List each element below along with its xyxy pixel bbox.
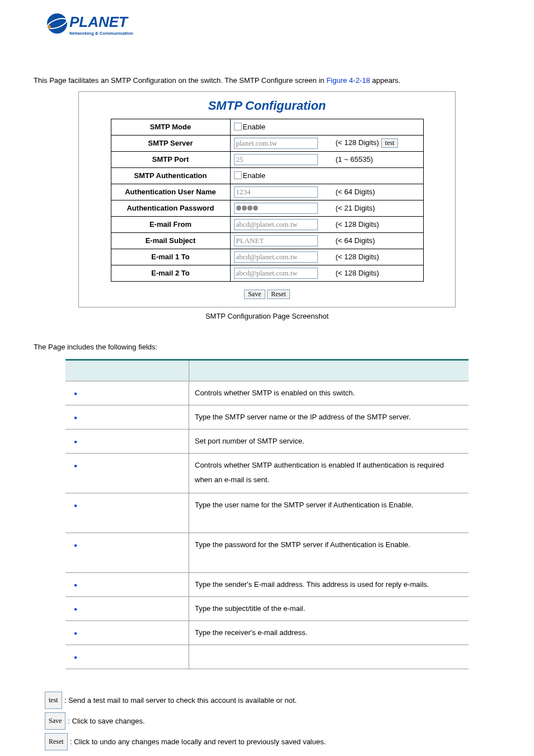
fields-header-desc <box>189 360 469 381</box>
field-desc-cell: Type the user name for the SMTP server i… <box>189 493 469 533</box>
config-text-input[interactable]: abcd@planet.com.tw <box>234 268 318 279</box>
config-input-cell: 25 <box>230 151 332 167</box>
config-checkbox-cell: Enable <box>230 167 423 184</box>
save-button[interactable]: Save <box>244 290 265 299</box>
field-object-cell: ● <box>65 405 189 429</box>
bullet-icon: ● <box>71 580 80 591</box>
field-desc-cell: Controls whether SMTP authentication is … <box>189 453 469 493</box>
config-title: SMTP Configuration <box>79 99 455 113</box>
config-hint: (< 128 Digits) <box>332 265 424 281</box>
field-desc-cell <box>189 645 469 669</box>
bullet-icon: ● <box>71 388 80 399</box>
config-text-input[interactable]: PLANET <box>234 235 318 246</box>
config-row-label: Authentication Password <box>111 200 230 216</box>
config-row-label: Authentication User Name <box>111 184 230 200</box>
config-hint: (1 ~ 65535) <box>332 151 424 167</box>
config-row-label: E-mail 1 To <box>111 249 230 265</box>
config-hint: (< 64 Digits) <box>332 184 424 200</box>
config-input-cell: PLANET <box>230 232 332 249</box>
field-object-cell: ● <box>65 493 189 533</box>
bullet-icon: ● <box>71 652 80 663</box>
save-button-sample[interactable]: Save <box>45 712 65 730</box>
config-text-input[interactable]: planet.com.tw <box>234 138 318 149</box>
config-hint: (< 21 Digits) <box>332 200 424 216</box>
intro-pre: This Page facilitates an SMTP Configurat… <box>34 76 326 85</box>
checkbox-label: Enable <box>243 171 265 180</box>
field-object-cell: ● <box>65 533 189 572</box>
bullet-icon: ● <box>71 604 80 615</box>
test-button-desc: : Send a test mail to mail server to che… <box>64 692 297 709</box>
config-hint: (< 128 Digits) <box>332 216 424 232</box>
field-desc-cell: Type the subject/title of the e-mail. <box>189 596 469 620</box>
svg-text:PLANET: PLANET <box>69 13 129 30</box>
config-text-input[interactable]: abcd@planet.com.tw <box>234 219 318 230</box>
bullet-icon: ● <box>71 436 80 447</box>
bullet-icon: ● <box>71 500 80 511</box>
field-desc-cell: Controls whether SMTP is enabled on this… <box>189 381 469 405</box>
screenshot-caption: SMTP Configuration Page Screenshot <box>34 312 500 320</box>
config-input-cell: planet.com.tw <box>230 135 332 151</box>
save-button-desc: : Click to save changes. <box>68 712 144 730</box>
config-input-cell: 1234 <box>230 184 332 200</box>
fields-description-table: ●Controls whether SMTP is enabled on thi… <box>65 359 469 669</box>
field-object-cell: ● <box>65 381 189 405</box>
config-row-label: E-mail 2 To <box>111 265 230 281</box>
config-text-input[interactable]: 25 <box>234 154 318 165</box>
bullet-icon: ● <box>71 460 80 472</box>
field-object-cell: ● <box>65 620 189 645</box>
config-row-label: SMTP Port <box>111 151 230 167</box>
svg-text:Networking & Communication: Networking & Communication <box>69 31 133 36</box>
brand-logo: PLANET Networking & Communication <box>45 11 500 41</box>
config-text-input[interactable]: 1234 <box>234 186 318 198</box>
field-object-cell: ● <box>65 596 189 620</box>
config-input-cell: abcd@planet.com.tw <box>230 249 332 265</box>
button-descriptions: test : Send a test mail to mail server t… <box>45 692 500 751</box>
bullet-icon: ● <box>71 540 80 551</box>
fields-header-object <box>65 360 189 381</box>
field-object-cell: ● <box>65 645 189 669</box>
config-row-label: E-mail From <box>111 216 230 232</box>
enable-checkbox[interactable] <box>234 123 242 130</box>
test-button-sample[interactable]: test <box>45 692 62 709</box>
config-text-input[interactable] <box>234 203 318 214</box>
config-checkbox-cell: Enable <box>230 119 423 135</box>
field-desc-cell: Type the sender's E-mail address. This a… <box>189 572 469 596</box>
config-row-label: SMTP Server <box>111 135 230 151</box>
svg-point-2 <box>48 25 51 29</box>
config-text-input[interactable]: abcd@planet.com.tw <box>234 251 318 263</box>
field-desc-cell: Type the SMTP server name or the IP addr… <box>189 405 469 429</box>
field-desc-cell: Type the password for the SMTP server if… <box>189 533 469 572</box>
config-hint: (< 64 Digits) <box>332 232 424 249</box>
bullet-icon: ● <box>71 412 80 423</box>
field-desc-cell: Set port number of SMTP service. <box>189 429 469 453</box>
config-hint: (< 128 Digits) <box>332 249 424 265</box>
field-object-cell: ● <box>65 429 189 453</box>
enable-checkbox[interactable] <box>234 171 242 179</box>
reset-button-sample[interactable]: Reset <box>45 733 68 750</box>
intro-post: appears. <box>370 76 400 85</box>
config-input-cell: abcd@planet.com.tw <box>230 216 332 232</box>
intro-paragraph: This Page facilitates an SMTP Configurat… <box>34 75 500 87</box>
checkbox-label: Enable <box>243 123 265 131</box>
bullet-icon: ● <box>71 628 80 639</box>
config-row-label: E-mail Subject <box>111 232 230 249</box>
config-input-cell: abcd@planet.com.tw <box>230 265 332 281</box>
config-hint: (< 128 Digits) test <box>332 135 424 151</box>
config-table: SMTP ModeEnableSMTP Serverplanet.com.tw(… <box>111 119 424 282</box>
config-row-label: SMTP Authentication <box>111 167 230 184</box>
config-input-cell <box>230 200 332 216</box>
field-object-cell: ● <box>65 453 189 493</box>
test-button[interactable]: test <box>381 138 399 148</box>
smtp-config-screenshot: SMTP Configuration SMTP ModeEnableSMTP S… <box>78 91 456 307</box>
reset-button-desc: : Click to undo any changes made locally… <box>70 733 326 750</box>
field-object-cell: ● <box>65 572 189 596</box>
figure-reference: Figure 4-2-18 <box>326 76 370 85</box>
config-row-label: SMTP Mode <box>111 119 230 135</box>
fields-intro: The Page includes the following fields: <box>34 343 500 351</box>
field-desc-cell: Type the receiver's e-mail address. <box>189 620 469 645</box>
reset-button[interactable]: Reset <box>267 290 290 299</box>
